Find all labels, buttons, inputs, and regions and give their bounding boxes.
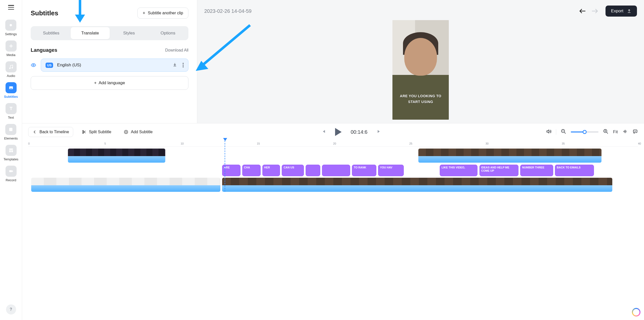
tab-subtitles[interactable]: Subtitles xyxy=(32,27,71,39)
clip[interactable] xyxy=(68,149,166,163)
track-lane[interactable] xyxy=(28,149,638,163)
rail-label: Subtitles xyxy=(4,95,18,99)
skip-back-button[interactable] xyxy=(321,129,326,135)
music-note-icon xyxy=(6,61,17,72)
ruler-tick: 15 xyxy=(257,142,260,145)
rail-label: Record xyxy=(6,178,16,182)
svg-rect-3 xyxy=(9,86,13,89)
rail-item-elements[interactable]: Elements xyxy=(4,124,18,140)
download-all-link[interactable]: Download All xyxy=(165,48,189,53)
help-bubble[interactable] xyxy=(632,308,640,316)
help-button[interactable]: ? xyxy=(6,304,16,314)
subtitle-block[interactable]: CHA xyxy=(242,165,261,176)
rail-item-audio[interactable]: Audio xyxy=(6,61,17,78)
video-track[interactable] xyxy=(28,178,638,192)
split-subtitle-button[interactable]: Split Subtitle xyxy=(78,127,115,137)
rail-label: Settings xyxy=(5,32,17,36)
video-caption: ARE YOU LOOKING TO START USING xyxy=(392,93,449,105)
button-label: Subtitle another clip xyxy=(148,11,183,15)
subtitle-track[interactable]: ARECHAHERCAN USTO RANKYOU HAVLIKE THIS V… xyxy=(28,165,638,177)
tab-options[interactable]: Options xyxy=(148,27,187,39)
playhead[interactable] xyxy=(225,141,225,192)
download-icon[interactable] xyxy=(173,62,177,68)
language-card-english[interactable]: US English (US) xyxy=(41,59,188,72)
waveform-icon[interactable] xyxy=(622,129,628,135)
subtitle-block[interactable]: IDEAS AND HELP ME COME UP xyxy=(479,165,518,176)
rail-item-templates[interactable]: Templates xyxy=(4,145,18,161)
plus-icon: + xyxy=(143,11,145,15)
button-label: Split Subtitle xyxy=(89,130,111,134)
rail-item-text[interactable]: Text xyxy=(6,103,17,119)
button-label: Add language xyxy=(99,80,125,85)
clip[interactable] xyxy=(222,178,612,192)
svg-point-2 xyxy=(11,67,13,69)
rail-item-settings[interactable]: Settings xyxy=(5,20,17,36)
svg-rect-4 xyxy=(10,88,12,89)
language-name: English (US) xyxy=(57,63,81,68)
clip[interactable] xyxy=(31,178,220,192)
svg-point-1 xyxy=(9,68,11,69)
add-subtitle-button[interactable]: Add Subtitle xyxy=(120,127,156,137)
subtitle-block[interactable]: LIKE THIS VIDEO, xyxy=(440,165,477,176)
language-badge: US xyxy=(46,63,53,68)
zoom-slider[interactable] xyxy=(571,131,598,132)
ruler-tick: 30 xyxy=(486,142,489,145)
subtitle-block[interactable]: HER xyxy=(262,165,280,176)
zoom-out-icon[interactable] xyxy=(561,129,566,135)
svg-rect-6 xyxy=(9,149,13,150)
rail-label: Media xyxy=(7,53,15,57)
menu-icon[interactable] xyxy=(8,5,14,10)
subtitle-block[interactable] xyxy=(306,165,320,176)
timeline-ruler[interactable]: 0510152025303540 xyxy=(28,141,638,147)
plus-icon: + xyxy=(94,80,97,85)
timeline: Back to Timeline Split Subtitle Add Subt… xyxy=(22,123,644,320)
subtitle-block[interactable]: CAN US xyxy=(282,165,304,176)
svg-rect-8 xyxy=(11,150,13,152)
button-label: Back to Timeline xyxy=(39,130,69,134)
svg-rect-9 xyxy=(9,170,12,172)
export-button[interactable]: Export xyxy=(606,6,637,17)
subtitles-icon xyxy=(6,82,17,93)
camera-icon xyxy=(6,166,17,177)
back-to-timeline-button[interactable]: Back to Timeline xyxy=(28,127,73,137)
fit-button[interactable]: Fit xyxy=(613,129,618,134)
svg-point-0 xyxy=(10,24,12,26)
zoom-in-icon[interactable] xyxy=(603,129,609,135)
subtitle-block[interactable]: BACK TO EMAILS xyxy=(555,165,594,176)
divider xyxy=(556,129,556,135)
rail-item-subtitles[interactable]: Subtitles xyxy=(4,82,18,99)
skip-forward-button[interactable] xyxy=(377,129,382,135)
subtitle-block[interactable]: YOU HAV xyxy=(378,165,404,176)
play-button[interactable] xyxy=(335,128,342,136)
clip[interactable] xyxy=(418,149,601,163)
video-preview[interactable]: ARE YOU LOOKING TO START USING xyxy=(392,20,449,120)
settings-icon xyxy=(5,20,16,31)
ruler-tick: 0 xyxy=(28,142,30,145)
redo-button[interactable] xyxy=(590,8,599,14)
add-language-button[interactable]: + Add language xyxy=(31,76,188,90)
tab-styles[interactable]: Styles xyxy=(110,27,149,39)
rail-item-media[interactable]: Media xyxy=(6,40,17,57)
subtitle-block[interactable] xyxy=(322,165,350,176)
volume-icon[interactable] xyxy=(546,129,551,135)
scissors-icon xyxy=(82,130,86,134)
more-icon[interactable] xyxy=(183,63,184,67)
rail-label: Audio xyxy=(7,74,15,78)
subtitles-panel: Subtitles + Subtitle another clip Subtit… xyxy=(22,0,197,123)
upload-icon xyxy=(627,9,631,13)
ruler-tick: 5 xyxy=(104,142,106,145)
rail-item-record[interactable]: Record xyxy=(6,166,17,182)
svg-point-10 xyxy=(33,64,34,66)
subtitle-block[interactable]: TO RANK xyxy=(352,165,376,176)
comment-icon[interactable] xyxy=(632,129,638,135)
tab-translate[interactable]: Translate xyxy=(71,27,110,39)
rail-label: Text xyxy=(8,116,14,119)
timecode: 00:14:6 xyxy=(351,129,368,135)
visibility-icon[interactable] xyxy=(31,62,36,68)
undo-button[interactable] xyxy=(578,8,587,14)
subtitle-tabs: Subtitles Translate Styles Options xyxy=(31,26,188,40)
subtitle-block[interactable]: NUMBER THREE xyxy=(520,165,553,176)
subtitle-another-clip-button[interactable]: + Subtitle another clip xyxy=(137,8,188,19)
preview-area: 2023-02-26 14-04-59 Export xyxy=(197,0,644,123)
chevron-left-icon xyxy=(32,130,37,134)
